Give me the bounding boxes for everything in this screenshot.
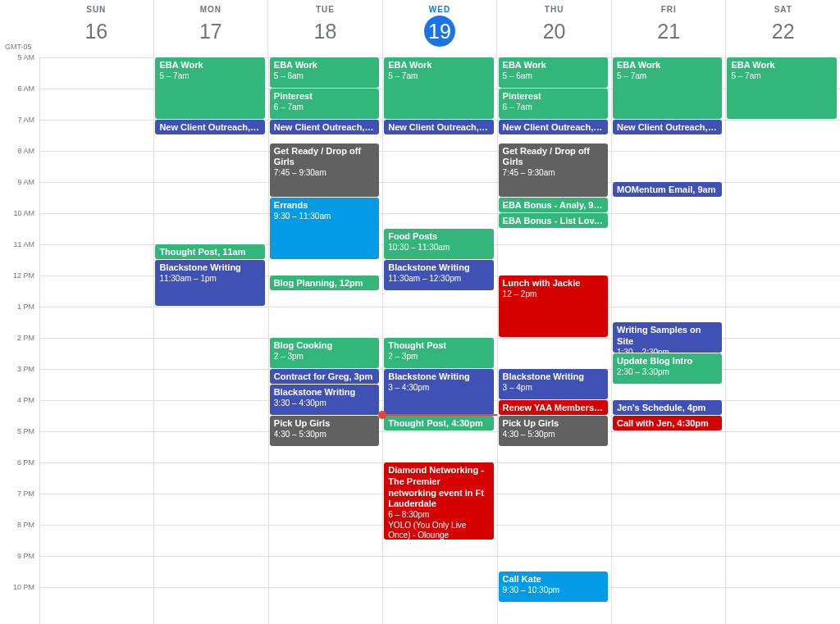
calendar-event[interactable]: Blackstone Writing11:30am – 12:30pm xyxy=(384,260,493,290)
event-title: New Client Outreach, 7am xyxy=(159,122,264,132)
calendar-event[interactable]: Get Ready / Drop off Girls7:45 – 9:30am xyxy=(499,143,608,198)
day-number[interactable]: 22 xyxy=(768,16,799,47)
calendar-event[interactable]: Blackstone Writing11:30am – 1pm xyxy=(155,260,264,306)
event-time: 5 – 7am xyxy=(617,71,718,82)
day-header[interactable]: FRI21 xyxy=(611,0,726,57)
day-header[interactable]: THU20 xyxy=(496,0,611,57)
time-label: 6 AM xyxy=(17,84,34,93)
calendar-event[interactable]: MOMentum Email, 9am xyxy=(613,182,722,197)
event-time: 5 – 6am xyxy=(274,71,375,82)
calendar-event[interactable]: Errands9:30 – 11:30am xyxy=(270,198,379,259)
calendar-event[interactable]: Thought Post2 – 3pm xyxy=(384,338,493,368)
event-title: Call with Jen, 4:30pm xyxy=(617,418,709,428)
calendar-event[interactable]: EBA Work5 – 7am xyxy=(155,57,264,119)
calendar-event[interactable]: Call Kate9:30 – 10:30pm xyxy=(499,572,608,602)
event-time: 2 – 3pm xyxy=(388,352,489,362)
day-column[interactable] xyxy=(725,57,839,624)
time-label: 2 PM xyxy=(17,334,34,342)
event-time: 7:45 – 9:30am xyxy=(274,168,375,179)
calendar-event[interactable]: Blog Cooking2 – 3pm xyxy=(270,338,379,368)
event-title: EBA Work xyxy=(503,60,546,70)
event-title: New Client Outreach, 7am xyxy=(617,122,722,132)
calendar-event[interactable]: New Client Outreach, 7am xyxy=(384,120,493,134)
event-title: Thought Post, 4:30pm xyxy=(388,418,483,428)
calendar-event[interactable]: EBA Bonus - Analy, 9:30am xyxy=(499,198,608,212)
day-number[interactable]: 16 xyxy=(80,16,112,47)
calendar-event[interactable]: Pinterest6 – 7am xyxy=(499,89,608,119)
day-number[interactable]: 17 xyxy=(195,16,226,47)
calendar-event[interactable]: EBA Work5 – 7am xyxy=(384,57,493,119)
time-label: 7 AM xyxy=(17,116,34,124)
calendar-event[interactable]: Blackstone Writing3 – 4pm xyxy=(499,369,608,399)
event-time: 10:30 – 11:30am xyxy=(388,243,489,253)
calendar-grid[interactable]: EBA Work5 – 7amNew Client Outreach, 7amT… xyxy=(39,57,840,624)
event-title: Blackstone Writing xyxy=(388,262,469,272)
day-header[interactable]: TUE18 xyxy=(267,0,382,57)
calendar-event[interactable]: Jen's Schedule, 4pm xyxy=(613,400,722,415)
calendar-event[interactable]: Call with Jen, 4:30pm xyxy=(613,416,722,430)
calendar-event[interactable]: Pick Up Girls4:30 – 5:30pm xyxy=(270,416,379,446)
event-time: 4:30 – 5:30pm xyxy=(274,430,375,440)
calendar-event[interactable]: Blackstone Writing3 – 4:30pm xyxy=(384,369,493,415)
calendar-event[interactable]: EBA Work5 – 6am xyxy=(499,57,608,88)
time-label: 12 PM xyxy=(13,271,34,280)
event-title: Pick Up Girls xyxy=(274,418,330,428)
event-time: 4:30 – 5:30pm xyxy=(503,430,604,440)
calendar-event[interactable]: Contract for Greg, 3pm xyxy=(270,369,379,384)
calendar-event[interactable]: Update Blog Intro2:30 – 3:30pm xyxy=(613,353,722,384)
calendar-event[interactable]: Lunch with Jackie12 – 2pm xyxy=(499,276,608,337)
time-label: 10 AM xyxy=(13,209,34,217)
calendar-event[interactable]: Blackstone Writing3:30 – 4:30pm xyxy=(270,385,379,415)
calendar-event[interactable]: Thought Post, 11am xyxy=(155,244,264,259)
day-number[interactable]: 18 xyxy=(309,16,340,47)
calendar-event[interactable]: Diamond Networking - The Premier network… xyxy=(384,462,493,540)
calendar-event[interactable]: EBA Work5 – 7am xyxy=(727,57,836,119)
calendar-event[interactable]: Food Posts10:30 – 11:30am xyxy=(384,229,493,259)
event-time: 3 – 4pm xyxy=(503,383,604,394)
day-header[interactable]: SUN16 xyxy=(39,0,153,57)
day-header[interactable]: MON17 xyxy=(153,0,268,57)
day-header[interactable]: SAT22 xyxy=(725,0,840,57)
time-label: 9 PM xyxy=(17,552,34,560)
calendar-event[interactable]: New Client Outreach, 7am xyxy=(155,120,264,134)
event-title: Contract for Greg, 3pm xyxy=(274,371,372,381)
calendar-event[interactable]: Get Ready / Drop off Girls7:45 – 9:30am xyxy=(270,143,379,198)
event-time: 2 – 3pm xyxy=(274,352,375,362)
calendar-event[interactable]: Blog Planning, 12pm xyxy=(270,276,379,290)
event-time: 5 – 7am xyxy=(731,71,832,82)
day-column[interactable] xyxy=(153,57,267,624)
event-time: 11:30am – 1pm xyxy=(159,274,260,285)
calendar-event[interactable]: New Client Outreach, 7am xyxy=(499,120,608,134)
calendar-event[interactable]: Pinterest6 – 7am xyxy=(270,89,379,119)
day-column[interactable] xyxy=(497,57,611,624)
calendar-event[interactable]: New Client Outreach, 7am xyxy=(270,120,379,134)
calendar-event[interactable]: New Client Outreach, 7am xyxy=(613,120,722,134)
day-number[interactable]: 21 xyxy=(653,16,684,47)
day-number[interactable]: 20 xyxy=(539,16,570,47)
event-title: Get Ready / Drop off Girls xyxy=(274,146,361,167)
day-abbr: THU xyxy=(497,5,611,14)
calendar-event[interactable]: Thought Post, 4:30pm xyxy=(384,416,493,430)
calendar-event[interactable]: EBA Bonus - List Lov, 10am xyxy=(499,213,608,228)
event-title: Food Posts xyxy=(388,231,437,241)
calendar-header-row: SUN16MON17TUE18WED19THU20FRI21SAT22 xyxy=(39,0,840,57)
calendar-event[interactable]: Pick Up Girls4:30 – 5:30pm xyxy=(499,416,608,446)
event-time: 7:45 – 9:30am xyxy=(503,168,604,179)
event-title: Get Ready / Drop off Girls xyxy=(503,146,590,167)
event-title: New Client Outreach, 7am xyxy=(503,122,608,132)
event-title: Call Kate xyxy=(503,574,541,584)
event-title: Pinterest xyxy=(503,91,541,101)
now-indicator xyxy=(382,414,496,416)
event-title: EBA Bonus - Analy, 9:30am xyxy=(503,200,608,210)
calendar-event[interactable]: Writing Samples on Site1:30 – 2:30pm xyxy=(613,322,722,353)
day-header[interactable]: WED19 xyxy=(382,0,497,57)
calendar-event[interactable]: EBA Work5 – 7am xyxy=(613,57,722,119)
time-label: 8 AM xyxy=(17,147,34,155)
event-time: 6 – 7am xyxy=(503,102,604,113)
calendar-event[interactable]: EBA Work5 – 6am xyxy=(270,57,379,88)
day-number[interactable]: 19 xyxy=(424,16,455,47)
day-abbr: FRI xyxy=(612,5,726,14)
calendar-event[interactable]: Renew YAA Members, 4pm xyxy=(499,400,608,415)
event-title: New Client Outreach, 7am xyxy=(274,122,379,132)
day-column[interactable] xyxy=(39,57,153,624)
